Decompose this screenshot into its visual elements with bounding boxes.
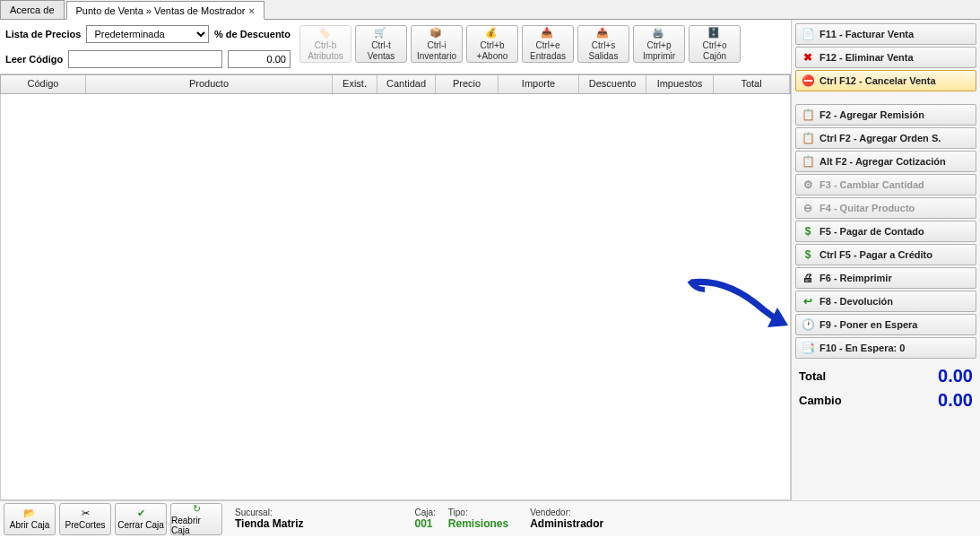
salidas-button[interactable]: 📤 Ctrl+s Salidas <box>577 25 629 63</box>
reabrir-caja-button[interactable]: ↻Reabrir Caja <box>170 503 222 535</box>
tag-icon: 🏷️ <box>318 27 333 39</box>
facturar-venta-button[interactable]: 📄F11 - Facturar Venta <box>795 23 976 45</box>
cambiar-cantidad-button: ⚙F3 - Cambiar Cantidad <box>795 174 976 195</box>
atributos-button: 🏷️ Ctrl-b Atributos <box>299 25 351 63</box>
total-label: Total <box>799 369 826 383</box>
invoice-icon: 📄 <box>802 28 814 40</box>
cambio-value: 0.00 <box>938 390 973 411</box>
refresh-icon: ↻ <box>193 503 201 515</box>
gear-icon: ⚙ <box>802 178 814 191</box>
tab-acerca-de[interactable]: Acerca de <box>0 0 65 19</box>
precortes-button[interactable]: ✂PreCortes <box>59 503 111 535</box>
tipo-value: Remisiones <box>448 517 508 530</box>
abrir-caja-button[interactable]: 📂Abrir Caja <box>4 503 56 535</box>
col-producto[interactable]: Producto <box>86 75 333 93</box>
side-panel: 📄F11 - Facturar Venta ✖F12 - Eliminar Ve… <box>792 20 980 500</box>
quitar-producto-button: ⊖F4 - Quitar Producto <box>795 197 976 219</box>
annotation-arrow-icon <box>682 273 799 345</box>
money-icon: 💰 <box>485 27 499 39</box>
cambio-label: Cambio <box>799 394 842 407</box>
entradas-button[interactable]: 📥 Ctrl+e Entradas <box>522 25 574 63</box>
en-espera-button[interactable]: 📑F10 - En Espera: 0 <box>795 337 976 359</box>
cancelar-venta-button[interactable]: ⛔Ctrl F12 - Cancelar Venta <box>795 70 976 91</box>
discount-label: % de Descuento <box>214 29 291 39</box>
devolucion-button[interactable]: ↩F8 - Devolución <box>795 291 976 312</box>
reimprimir-button[interactable]: 🖨F6 - Reimprimir <box>795 267 976 289</box>
imprimir-button[interactable]: 🖨️ Ctrl+p Imprimir <box>633 25 685 63</box>
out-icon: 📤 <box>596 27 611 39</box>
list-icon: 📑 <box>802 342 814 354</box>
minus-icon: ⊖ <box>802 202 814 214</box>
tab-punto-de-venta[interactable]: Punto de Venta » Ventas de Mostrador × <box>66 1 265 20</box>
cancel-icon: ⛔ <box>802 74 814 87</box>
grid-header: Código Producto Exist. Cantidad Precio I… <box>0 74 791 94</box>
ventas-button[interactable]: 🛒 Ctrl-t Ventas <box>355 25 407 63</box>
check-icon: ✔ <box>137 508 145 519</box>
agregar-orden-button[interactable]: 📋Ctrl F2 - Agregar Orden S. <box>795 127 976 149</box>
agregar-cotizacion-button[interactable]: 📋Alt F2 - Agregar Cotización <box>795 151 976 172</box>
col-codigo[interactable]: Código <box>1 75 86 93</box>
doc-icon: 📋 <box>802 132 814 144</box>
col-importe[interactable]: Importe <box>499 75 579 93</box>
delete-icon: ✖ <box>802 51 814 64</box>
tab-label: Punto de Venta » Ventas de Mostrador <box>76 5 246 16</box>
total-value: 0.00 <box>938 366 973 386</box>
cut-icon: ✂ <box>82 508 90 519</box>
cart-icon: 🛒 <box>374 27 388 39</box>
doc-add-icon: 📋 <box>802 108 814 121</box>
abono-button[interactable]: 💰 Ctrl+b +Abono <box>466 25 518 63</box>
print-icon: 🖨️ <box>652 27 666 39</box>
print-icon: 🖨 <box>802 272 814 284</box>
price-list-select[interactable]: Predeterminada <box>86 25 209 43</box>
doc-icon: 📋 <box>802 155 814 168</box>
in-icon: 📥 <box>541 27 555 39</box>
open-icon: 📂 <box>23 508 36 519</box>
col-cantidad[interactable]: Cantidad <box>377 75 436 93</box>
close-icon[interactable]: × <box>249 5 255 16</box>
vendedor-value: Administrador <box>530 517 603 530</box>
dollar-icon: $ <box>802 225 814 238</box>
sucursal-value: Tienda Matriz <box>235 517 303 530</box>
price-list-label: Lista de Precios <box>5 29 81 39</box>
poner-espera-button[interactable]: 🕐F9 - Poner en Espera <box>795 314 976 335</box>
dollar-icon: $ <box>802 248 814 261</box>
clock-icon: 🕐 <box>802 318 814 331</box>
discount-input[interactable] <box>228 50 291 68</box>
cajon-button[interactable]: 🗄️ Ctrl+o Cajón <box>689 25 741 63</box>
inventario-button[interactable]: 📦 Ctrl-i Inventario <box>411 25 463 63</box>
read-code-input[interactable] <box>68 50 222 68</box>
col-exist[interactable]: Exist. <box>333 75 377 93</box>
tab-label: Acerca de <box>10 4 55 15</box>
sucursal-label: Sucursal: <box>235 508 303 517</box>
caja-value: 001 <box>414 517 435 530</box>
caja-label: Caja: <box>414 508 435 517</box>
col-descuento[interactable]: Descuento <box>579 75 646 93</box>
read-code-label: Leer Código <box>5 54 63 65</box>
grid-body[interactable] <box>0 94 791 500</box>
pagar-credito-button[interactable]: $Ctrl F5 - Pagar a Crédito <box>795 244 976 265</box>
drawer-icon: 🗄️ <box>707 27 722 39</box>
return-icon: ↩ <box>802 295 814 308</box>
pagar-contado-button[interactable]: $F5 - Pagar de Contado <box>795 221 976 242</box>
col-total[interactable]: Total <box>714 75 790 93</box>
eliminar-venta-button[interactable]: ✖F12 - Eliminar Venta <box>795 47 976 68</box>
col-impuestos[interactable]: Impuestos <box>646 75 714 93</box>
col-precio[interactable]: Precio <box>436 75 499 93</box>
bottom-bar: 📂Abrir Caja ✂PreCortes ✔Cerrar Caja ↻Rea… <box>0 500 980 536</box>
tipo-label: Tipo: <box>448 508 508 517</box>
vendedor-label: Vendedor: <box>530 508 603 517</box>
box-icon: 📦 <box>429 27 444 39</box>
cerrar-caja-button[interactable]: ✔Cerrar Caja <box>115 503 167 535</box>
agregar-remision-button[interactable]: 📋F2 - Agregar Remisión <box>795 104 976 126</box>
tab-bar: Acerca de Punto de Venta » Ventas de Mos… <box>0 0 980 20</box>
